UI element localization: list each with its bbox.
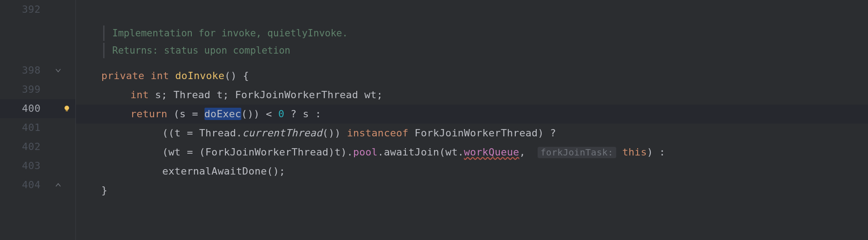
code-line: } <box>76 185 108 195</box>
line-number[interactable]: 399 <box>0 85 40 95</box>
svg-point-0 <box>65 106 69 110</box>
line-number[interactable]: 400 <box>0 104 40 114</box>
lightbulb-icon[interactable] <box>63 105 71 113</box>
line-number[interactable]: 401 <box>0 123 40 133</box>
code-line: ((t = Thread.currentThread()) instanceof… <box>76 128 556 138</box>
code-editor: 392 398 399 400 401 402 403 404 <box>0 0 868 240</box>
line-number[interactable]: 392 <box>0 5 40 15</box>
svg-rect-1 <box>66 110 68 111</box>
selection: doExec <box>205 108 241 120</box>
parameter-hint[interactable]: forkJoinTask: <box>538 147 616 158</box>
code-area[interactable]: Implementation for invoke, quietlyInvoke… <box>76 0 868 240</box>
code-line: return (s = doExec()) < 0 ? s : <box>76 109 321 119</box>
code-line: int s; Thread t; ForkJoinWorkerThread wt… <box>76 90 383 100</box>
code-line: private int doInvoke() { <box>76 71 249 81</box>
code-line: externalAwaitDone(); <box>76 166 285 176</box>
line-number[interactable]: 398 <box>0 65 40 75</box>
fold-collapse-icon[interactable] <box>55 67 62 74</box>
doc-gutter-bar <box>103 43 105 58</box>
gutter: 392 398 399 400 401 402 403 404 <box>0 0 76 240</box>
doc-comment: Implementation for invoke, quietlyInvoke… <box>112 25 348 42</box>
code-line: (wt = (ForkJoinWorkerThread)t).pool.awai… <box>76 147 665 157</box>
line-number[interactable]: 402 <box>0 142 40 152</box>
doc-gutter-bar <box>103 25 105 41</box>
warning-underline[interactable]: workQueue <box>464 146 519 158</box>
fold-expand-icon[interactable] <box>55 181 62 189</box>
line-number[interactable]: 404 <box>0 180 40 190</box>
line-number[interactable]: 403 <box>0 161 40 171</box>
doc-comment: Returns: status upon completion <box>112 42 290 59</box>
